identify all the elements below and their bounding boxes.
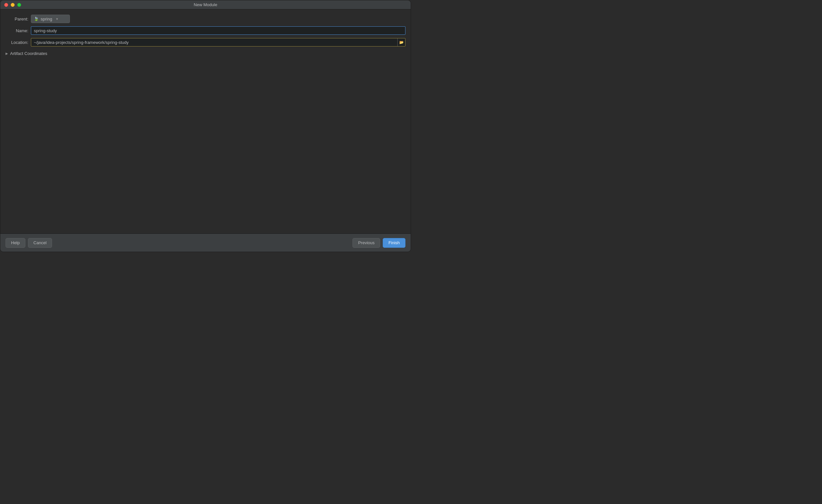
bottom-bar: Help Cancel Previous Finish bbox=[0, 233, 411, 252]
parent-label: Parent: bbox=[6, 17, 28, 21]
browse-folder-button[interactable]: 📂 bbox=[397, 38, 405, 46]
folder-icon: 📂 bbox=[399, 40, 404, 45]
location-input-wrapper: 📂 bbox=[31, 38, 405, 46]
parent-value: spring bbox=[41, 17, 52, 21]
cancel-button[interactable]: Cancel bbox=[28, 238, 52, 248]
close-button[interactable] bbox=[4, 3, 8, 7]
bottom-right-buttons: Previous Finish bbox=[353, 238, 405, 248]
spring-icon: 🍃 bbox=[34, 17, 39, 21]
location-input[interactable] bbox=[31, 40, 397, 45]
traffic-lights bbox=[4, 3, 21, 7]
chevron-down-icon: ▼ bbox=[55, 17, 58, 21]
location-label: Location: bbox=[6, 40, 28, 45]
location-row: Location: 📂 bbox=[6, 38, 405, 46]
name-control-area bbox=[31, 26, 405, 35]
parent-control-area: 🍃 spring ▼ bbox=[31, 15, 405, 23]
parent-row: Parent: 🍃 spring ▼ bbox=[6, 15, 405, 23]
title-bar: New Module bbox=[0, 0, 411, 9]
name-row: Name: bbox=[6, 26, 405, 35]
parent-dropdown[interactable]: 🍃 spring ▼ bbox=[31, 15, 70, 23]
main-content: Parent: 🍃 spring ▼ Name: Location: 📂 bbox=[0, 9, 411, 233]
bottom-left-buttons: Help Cancel bbox=[6, 238, 52, 248]
chevron-right-icon: ▶ bbox=[6, 52, 8, 55]
location-control-area: 📂 bbox=[31, 38, 405, 46]
minimize-button[interactable] bbox=[11, 3, 15, 7]
name-input[interactable] bbox=[31, 26, 405, 35]
help-button[interactable]: Help bbox=[6, 238, 25, 248]
finish-button[interactable]: Finish bbox=[383, 238, 405, 248]
maximize-button[interactable] bbox=[17, 3, 21, 7]
previous-button[interactable]: Previous bbox=[353, 238, 380, 248]
artifact-coordinates-section[interactable]: ▶ Artifact Coordinates bbox=[6, 50, 405, 57]
content-spacer bbox=[6, 60, 405, 233]
window-title: New Module bbox=[194, 2, 217, 7]
artifact-coordinates-label: Artifact Coordinates bbox=[10, 51, 47, 56]
name-label: Name: bbox=[6, 28, 28, 33]
